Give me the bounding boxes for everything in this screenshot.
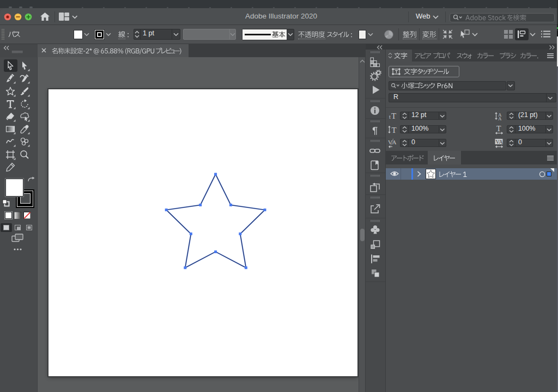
svg-text:t: t (389, 114, 391, 120)
svg-text:VA: VA (496, 139, 504, 145)
svg-text:T: T (496, 125, 501, 133)
svg-text:A: A (498, 115, 502, 121)
svg-text:T: T (392, 126, 397, 134)
svg-text:A: A (392, 139, 397, 145)
svg-text:T: T (391, 112, 396, 120)
